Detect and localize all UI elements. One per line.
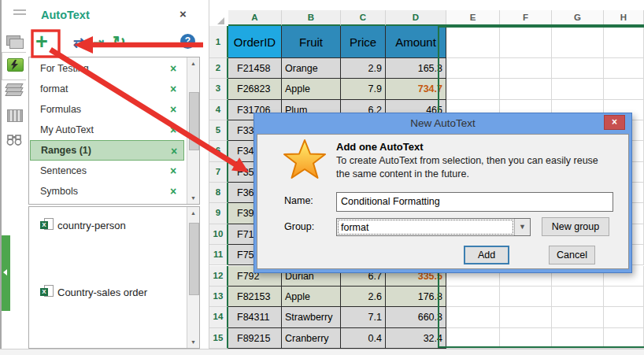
group-item-3[interactable]: My AutoText×: [30, 120, 184, 140]
group-item-0[interactable]: For Testing×: [30, 58, 184, 79]
group-item-4[interactable]: Ranges (1)×: [30, 140, 184, 161]
row-header-13[interactable]: 13: [209, 287, 228, 307]
refresh-icon[interactable]: ↻: [113, 32, 126, 51]
cell-C15[interactable]: 0.4: [341, 328, 386, 349]
cell-C3[interactable]: 7.9: [341, 79, 386, 99]
cell-B2[interactable]: Orange: [282, 58, 341, 79]
cell-E3[interactable]: [446, 79, 500, 99]
cell-D3[interactable]: 734.7: [386, 79, 446, 99]
autotext-lightning-icon[interactable]: [7, 58, 24, 72]
add-button[interactable]: Add: [464, 246, 509, 264]
help-icon[interactable]: ?: [180, 34, 195, 49]
group-combobox-value[interactable]: format: [339, 220, 513, 234]
cell-G3[interactable]: [552, 79, 604, 99]
cell-C14[interactable]: 7.1: [341, 307, 386, 327]
scrollbar-thumb[interactable]: [189, 223, 199, 295]
cell-F2[interactable]: [500, 58, 552, 79]
cell-B1[interactable]: Fruit: [282, 26, 341, 58]
row-header-11[interactable]: 11: [209, 245, 228, 265]
delete-group-icon[interactable]: ×: [170, 103, 176, 116]
cell-E2[interactable]: [446, 58, 500, 79]
cell-A3[interactable]: F26823: [228, 79, 282, 99]
row-header-10[interactable]: 10: [209, 224, 228, 245]
column-header-H[interactable]: H: [604, 10, 644, 26]
row-header-2[interactable]: 2: [209, 58, 228, 79]
row-header-14[interactable]: 14: [209, 307, 228, 327]
cell-G14[interactable]: [552, 307, 604, 327]
column-header-F[interactable]: F: [500, 10, 552, 26]
column-header-G[interactable]: G: [552, 10, 604, 26]
scrollbar-thumb[interactable]: [189, 92, 199, 150]
import-icon[interactable]: ⇄: [73, 35, 84, 51]
cancel-button[interactable]: Cancel: [549, 246, 595, 264]
column-header-A[interactable]: A: [228, 10, 282, 26]
cell-F14[interactable]: [500, 307, 552, 327]
cell-H14[interactable]: [604, 307, 644, 327]
row-header-6[interactable]: 6: [209, 141, 228, 161]
row-header-1[interactable]: 1: [209, 26, 228, 58]
scroll-down-icon[interactable]: ▼: [187, 192, 199, 204]
cell-B14[interactable]: Strawberry: [282, 307, 341, 327]
row-header-8[interactable]: 8: [209, 183, 228, 203]
group-item-6[interactable]: Symbols×: [30, 181, 184, 202]
cell-F3[interactable]: [500, 79, 552, 99]
delete-group-icon[interactable]: ×: [170, 185, 176, 198]
column-header-B[interactable]: B: [282, 10, 341, 26]
cell-B15[interactable]: Cranberry: [282, 328, 341, 349]
workbooks-icon-front[interactable]: [9, 39, 24, 49]
group-item-1[interactable]: format×: [30, 79, 184, 99]
row-header-4[interactable]: 4: [209, 100, 228, 120]
cell-B3[interactable]: Apple: [282, 79, 341, 99]
cell-A14[interactable]: F84311: [228, 307, 282, 327]
cell-E13[interactable]: [446, 287, 500, 307]
name-input[interactable]: Conditional Formatting: [336, 192, 613, 212]
cell-G1[interactable]: [552, 26, 604, 58]
new-group-button[interactable]: New group: [542, 217, 609, 236]
cell-A1[interactable]: OrderID: [228, 26, 282, 58]
cell-H13[interactable]: [604, 287, 644, 307]
group-item-5[interactable]: Sentences×: [30, 161, 184, 181]
cell-E1[interactable]: [446, 26, 500, 58]
pane-collapse-bar[interactable]: [2, 235, 10, 311]
cell-H2[interactable]: [604, 58, 644, 79]
sheets-stack-icon-bot[interactable]: [5, 91, 23, 96]
cell-F1[interactable]: [500, 26, 552, 58]
binoculars-icon[interactable]: [6, 133, 22, 150]
columns-icon[interactable]: [7, 109, 23, 122]
cell-E14[interactable]: [446, 307, 500, 327]
cell-B13[interactable]: Apple: [282, 287, 341, 307]
cell-H1[interactable]: [604, 26, 644, 58]
scroll-up-icon[interactable]: ▲: [187, 207, 199, 219]
cell-F15[interactable]: [500, 328, 552, 349]
cell-A13[interactable]: F82153: [228, 287, 282, 307]
select-all-corner[interactable]: [217, 17, 224, 24]
row-header-3[interactable]: 3: [209, 79, 228, 99]
entry-list-scrollbar[interactable]: ▲ ▼: [187, 207, 199, 348]
row-header-15[interactable]: 15: [209, 328, 228, 349]
scroll-down-icon[interactable]: ▼: [187, 336, 199, 348]
cell-H3[interactable]: [604, 79, 644, 99]
column-header-E[interactable]: E: [446, 10, 500, 26]
group-item-2[interactable]: Formulas×: [30, 99, 184, 120]
cell-G2[interactable]: [552, 58, 604, 79]
scroll-up-icon[interactable]: ▲: [187, 57, 199, 69]
delete-group-icon[interactable]: ×: [170, 62, 176, 75]
pane-drag-handle-icon[interactable]: [13, 9, 27, 15]
cell-A15[interactable]: F89215: [228, 328, 282, 349]
row-header-5[interactable]: 5: [209, 120, 228, 141]
column-header-D[interactable]: D: [386, 10, 446, 26]
export-icon[interactable]: ⇥: [93, 35, 104, 51]
column-header-C[interactable]: C: [341, 10, 386, 26]
delete-group-icon[interactable]: ×: [170, 83, 176, 95]
cell-G15[interactable]: [552, 328, 604, 349]
delete-group-icon[interactable]: ×: [170, 165, 176, 177]
cell-D13[interactable]: 176.8: [386, 287, 446, 307]
add-autotext-icon[interactable]: +: [35, 30, 48, 54]
group-list-scrollbar[interactable]: ▲ ▼: [187, 57, 199, 204]
chevron-down-icon[interactable]: ▼: [514, 219, 530, 235]
row-header-7[interactable]: 7: [209, 162, 228, 183]
entry-label[interactable]: Country-sales order: [57, 287, 147, 298]
cell-D14[interactable]: 660.3: [386, 307, 446, 327]
cell-H15[interactable]: [604, 328, 644, 349]
cell-D1[interactable]: Amount: [386, 26, 446, 58]
